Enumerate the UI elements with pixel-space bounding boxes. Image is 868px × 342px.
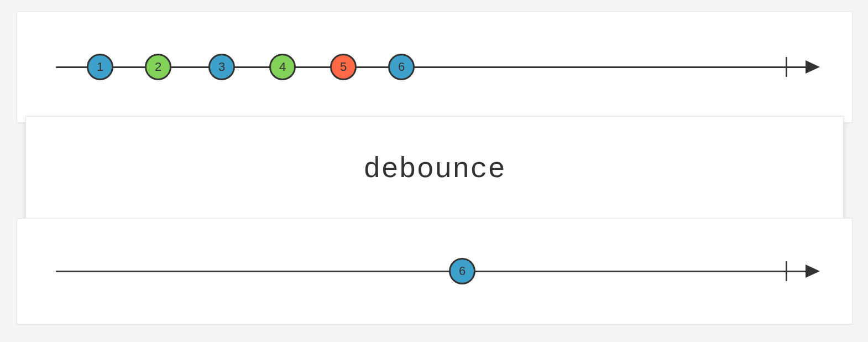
input-marble-5: 5	[330, 54, 357, 80]
input-panel: 123456	[17, 11, 853, 123]
marble-diagram: 123456 debounce 6	[0, 0, 868, 342]
input-marble-2: 2	[145, 54, 171, 80]
marble-label: 5	[340, 60, 347, 74]
input-marble-1: 1	[87, 54, 113, 80]
marble-label: 3	[218, 60, 225, 74]
completion-tick	[786, 57, 787, 77]
marble-label: 4	[279, 60, 286, 74]
input-marble-4: 4	[269, 54, 296, 80]
input-marble-6: 6	[388, 54, 415, 80]
output-marble-6: 6	[449, 258, 475, 284]
marble-label: 6	[398, 60, 405, 74]
output-panel: 6	[17, 218, 853, 324]
marble-label: 1	[97, 60, 103, 74]
operator-label: debounce	[363, 153, 506, 186]
marble-label: 6	[459, 264, 466, 278]
marble-label: 2	[155, 60, 161, 74]
completion-tick	[786, 261, 787, 281]
input-marble-3: 3	[208, 54, 235, 80]
arrow-right-icon	[806, 265, 820, 278]
timeline-axis	[56, 271, 808, 272]
arrow-right-icon	[806, 60, 820, 74]
operator-box: debounce	[25, 116, 844, 222]
